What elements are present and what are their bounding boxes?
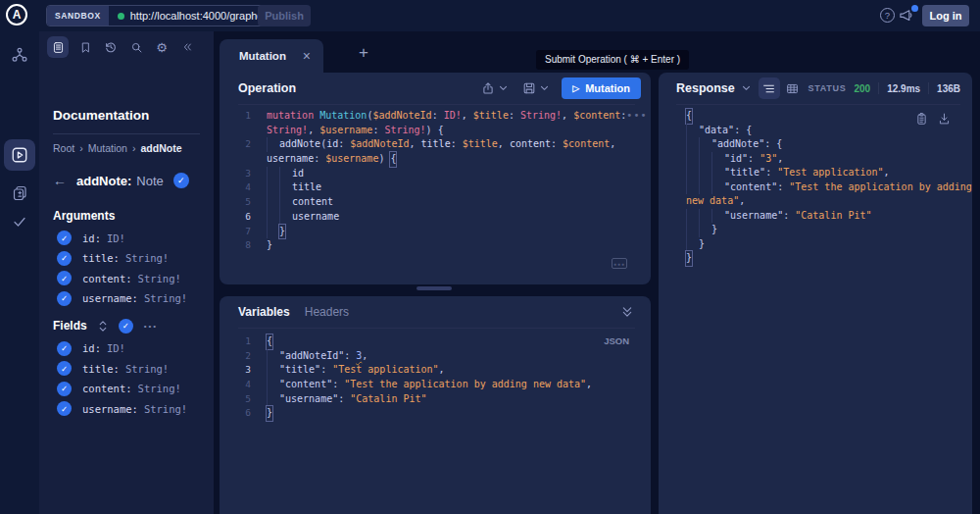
doc-field-row[interactable]: ✓content:String! <box>53 271 200 285</box>
field-selected-check-icon[interactable]: ✓ <box>57 361 72 376</box>
endpoint-url-input[interactable]: http://localhost:4000/graphql <box>130 10 272 22</box>
breadcrumb-mutation[interactable]: Mutation <box>88 142 127 154</box>
field-type[interactable]: String! <box>138 383 181 394</box>
response-dropdown-chevron-icon[interactable] <box>742 85 751 91</box>
select-all-fields-check-icon[interactable]: ✓ <box>119 319 133 334</box>
code-line[interactable]: 6} <box>220 406 651 421</box>
code-line[interactable]: 5content <box>220 195 651 210</box>
doc-field-row[interactable]: ✓title:String! <box>53 251 200 266</box>
documentation-tab-active[interactable] <box>47 36 69 58</box>
field-selected-check-icon[interactable]: ✓ <box>57 231 72 245</box>
code-line[interactable]: new data", <box>686 194 972 209</box>
field-type[interactable]: String! <box>144 292 187 304</box>
tab-headers[interactable]: Headers <box>305 305 349 319</box>
code-line[interactable]: } <box>686 223 972 237</box>
code-line[interactable]: "id": "3", <box>686 152 972 167</box>
doc-field-row[interactable]: ✓id:ID! <box>53 231 200 245</box>
saved-operations-icon[interactable] <box>73 41 98 54</box>
save-dropdown-chevron-icon[interactable] <box>540 85 549 91</box>
tab-mutation[interactable]: Mutation × <box>220 39 323 73</box>
apollo-logo[interactable]: A <box>6 4 27 26</box>
checks-icon[interactable] <box>12 214 27 230</box>
operation-collections-icon[interactable] <box>12 184 27 200</box>
code-line[interactable]: "title": "Test application", <box>686 166 972 180</box>
code-line[interactable]: } <box>686 251 972 266</box>
table-view-toggle[interactable] <box>786 82 799 95</box>
code-line[interactable]: 2addNote(id: $addNoteId, title: $title, … <box>220 137 651 152</box>
keyboard-shortcut-badge[interactable]: ●●● <box>612 258 627 269</box>
line-number: 3 <box>220 363 267 378</box>
publish-button[interactable]: Publish <box>258 5 311 26</box>
field-selected-check-icon[interactable]: ✓ <box>57 271 72 285</box>
breadcrumb-root[interactable]: Root <box>53 142 74 154</box>
doc-field-row[interactable]: ✓title:String! <box>53 361 200 376</box>
field-type[interactable]: ID! <box>107 342 125 354</box>
explorer-nav-item-active[interactable] <box>4 139 35 171</box>
code-line[interactable]: 2"addNoteId": 3, <box>220 349 651 364</box>
variables-editor[interactable]: 1{2"addNoteId": 3,3"title": "Test applic… <box>220 334 651 421</box>
code-line[interactable]: 3"title": "Test application", <box>220 363 651 378</box>
save-operation-icon[interactable] <box>522 81 536 95</box>
doc-field-row[interactable]: ✓content:String! <box>53 382 200 396</box>
run-mutation-button[interactable]: ▷ Mutation <box>562 77 641 99</box>
settings-gear-icon[interactable]: ⚙ <box>149 40 174 55</box>
field-type[interactable]: ID! <box>107 232 125 244</box>
field-selected-check-icon[interactable]: ✓ <box>57 251 72 266</box>
code-token: username <box>292 210 339 225</box>
help-icon[interactable]: ? <box>880 8 895 23</box>
code-line[interactable]: "data": { <box>686 124 972 138</box>
panel-resize-handle[interactable] <box>416 286 452 290</box>
field-type-link[interactable]: Note <box>136 174 163 188</box>
code-line[interactable]: 3id <box>220 167 651 181</box>
field-selected-check-icon[interactable]: ✓ <box>57 401 72 416</box>
code-token: : <box>451 137 463 152</box>
collapse-panel-icon[interactable] <box>174 41 200 53</box>
field-type[interactable]: String! <box>138 273 181 284</box>
tree-view-toggle-active[interactable] <box>759 77 780 99</box>
response-viewer[interactable]: {"data": {"addNote": {"id": "3","title":… <box>659 109 972 266</box>
field-selected-check-icon[interactable]: ✓ <box>57 291 72 306</box>
history-icon[interactable] <box>98 40 123 54</box>
code-line[interactable]: 6username <box>220 210 651 225</box>
code-token: : <box>509 109 520 124</box>
code-line[interactable]: username: $username) { <box>220 152 651 167</box>
code-line[interactable]: } <box>686 237 972 252</box>
tab-variables[interactable]: Variables <box>238 305 290 319</box>
code-line[interactable]: 5"username": "Catalin Pit" <box>220 392 651 407</box>
code-line[interactable]: 4"content": "Test the application by add… <box>220 378 651 392</box>
doc-field-row[interactable]: ✓username:String! <box>53 291 200 306</box>
code-line[interactable]: 1{ <box>220 334 651 349</box>
schema-icon[interactable] <box>12 47 27 63</box>
line-number: 4 <box>220 180 267 195</box>
code-line[interactable]: "username": "Catalin Pit" <box>686 209 972 224</box>
doc-field-row[interactable]: ✓username:String! <box>53 401 200 416</box>
new-tab-button[interactable]: + <box>359 43 368 63</box>
code-line[interactable]: 4title <box>220 180 651 195</box>
more-options-icon[interactable]: ••• <box>144 322 158 331</box>
code-line[interactable]: { <box>686 109 972 124</box>
code-line[interactable]: 1mutation Mutation($addNoteId: ID!, $tit… <box>220 109 651 124</box>
log-in-button[interactable]: Log in <box>922 5 969 26</box>
doc-field-row[interactable]: ✓id:ID! <box>53 341 200 356</box>
field-type[interactable]: String! <box>125 363 169 375</box>
code-token: ) { <box>426 124 444 138</box>
close-tab-icon[interactable]: × <box>303 51 311 61</box>
code-line[interactable]: "addNote": { <box>686 137 972 152</box>
code-line[interactable]: String!, $username: String!) { <box>220 124 651 138</box>
code-line[interactable]: 8} <box>220 238 651 253</box>
field-added-check-icon[interactable]: ✓ <box>173 173 189 188</box>
field-type[interactable]: String! <box>125 252 169 264</box>
field-selected-check-icon[interactable]: ✓ <box>57 341 72 356</box>
field-selected-check-icon[interactable]: ✓ <box>57 382 72 396</box>
field-type[interactable]: String! <box>144 403 187 415</box>
share-operation-icon[interactable] <box>481 81 495 95</box>
search-icon[interactable] <box>123 41 149 54</box>
code-line[interactable]: 7} <box>220 225 651 239</box>
back-arrow-icon[interactable]: ← <box>53 173 76 188</box>
share-dropdown-chevron-icon[interactable] <box>499 85 508 91</box>
code-line[interactable]: "content": "Test the application by addi… <box>686 180 972 195</box>
fields-list: ✓id:ID!✓title:String!✓content:String!✓us… <box>53 341 200 417</box>
operation-editor[interactable]: 1mutation Mutation($addNoteId: ID!, $tit… <box>220 109 651 253</box>
sort-fields-icon[interactable] <box>98 320 108 333</box>
collapse-variables-icon[interactable] <box>621 306 633 318</box>
